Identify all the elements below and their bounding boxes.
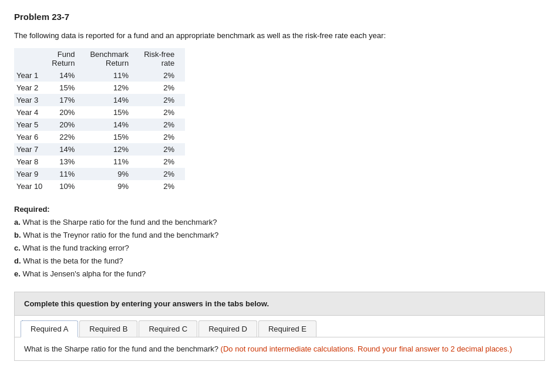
cell-riskfree: 2% [139,119,185,131]
cell-riskfree: 2% [139,156,185,168]
tab-required-b[interactable]: Required B [79,320,137,337]
data-table: FundReturn BenchmarkReturn Risk-freerate… [14,48,185,192]
complete-box: Complete this question by entering your … [14,292,545,316]
cell-riskfree: 2% [139,82,185,94]
cell-benchmark: 15% [85,131,139,143]
required-item: a. What is the Sharpe ratio for the fund… [14,216,545,229]
cell-riskfree: 2% [139,168,185,180]
cell-benchmark: 9% [85,168,139,180]
required-item: c. What is the fund tracking error? [14,242,545,255]
cell-year: Year 6 [14,131,47,143]
cell-benchmark: 14% [85,119,139,131]
col-riskfree-header: Risk-freerate [139,48,185,69]
tab-question-text: What is the Sharpe ratio for the fund an… [24,344,218,353]
required-item: b. What is the Treynor ratio for the fun… [14,229,545,242]
col-benchmark-header: BenchmarkReturn [85,48,139,69]
cell-riskfree: 2% [139,94,185,106]
cell-benchmark: 12% [85,143,139,156]
tab-content: What is the Sharpe ratio for the fund an… [15,337,544,360]
table-row: Year 9 11% 9% 2% [14,168,185,180]
cell-fund: 17% [47,94,85,106]
cell-year: Year 7 [14,143,47,156]
cell-year: Year 5 [14,119,47,131]
table-row: Year 8 13% 11% 2% [14,156,185,168]
cell-benchmark: 11% [85,156,139,168]
tab-required-e[interactable]: Required E [258,320,316,337]
table-row: Year 1 14% 11% 2% [14,69,185,82]
table-row: Year 2 15% 12% 2% [14,82,185,94]
required-item: e. What is Jensen's alpha for the fund? [14,268,545,281]
cell-riskfree: 2% [139,106,185,119]
table-row: Year 10 10% 9% 2% [14,180,185,192]
problem-title: Problem 23-7 [14,12,545,22]
table-row: Year 5 20% 14% 2% [14,119,185,131]
cell-fund: 14% [47,69,85,82]
cell-fund: 13% [47,156,85,168]
cell-year: Year 2 [14,82,47,94]
cell-benchmark: 15% [85,106,139,119]
tab-required-d[interactable]: Required D [198,320,257,337]
table-row: Year 4 20% 15% 2% [14,106,185,119]
cell-fund: 15% [47,82,85,94]
cell-benchmark: 11% [85,69,139,82]
cell-year: Year 4 [14,106,47,119]
cell-year: Year 10 [14,180,47,192]
cell-year: Year 3 [14,94,47,106]
cell-year: Year 9 [14,168,47,180]
cell-riskfree: 2% [139,69,185,82]
cell-fund: 11% [47,168,85,180]
cell-riskfree: 2% [139,180,185,192]
tab-required-a[interactable]: Required A [21,320,78,337]
complete-box-text: Complete this question by entering your … [24,299,269,308]
cell-year: Year 8 [14,156,47,168]
tab-required-c[interactable]: Required C [139,320,197,337]
intro-text: The following data is reported for a fun… [14,31,545,40]
table-row: Year 6 22% 15% 2% [14,131,185,143]
required-title: Required: [14,205,50,214]
cell-year: Year 1 [14,69,47,82]
tabs-row: Required ARequired BRequired CRequired D… [15,316,544,337]
cell-fund: 10% [47,180,85,192]
cell-fund: 14% [47,143,85,156]
table-row: Year 7 14% 12% 2% [14,143,185,156]
table-row: Year 3 17% 14% 2% [14,94,185,106]
cell-benchmark: 14% [85,94,139,106]
required-section: Required: a. What is the Sharpe ratio fo… [14,203,545,281]
cell-riskfree: 2% [139,143,185,156]
cell-riskfree: 2% [139,131,185,143]
cell-fund: 20% [47,119,85,131]
cell-fund: 22% [47,131,85,143]
cell-benchmark: 12% [85,82,139,94]
tabs-container: Required ARequired BRequired CRequired D… [14,316,545,361]
col-fund-header: FundReturn [47,48,85,69]
col-year-header [14,48,47,69]
cell-benchmark: 9% [85,180,139,192]
required-item: d. What is the beta for the fund? [14,255,545,268]
cell-fund: 20% [47,106,85,119]
tab-note-text: (Do not round intermediate calculations.… [221,344,512,353]
